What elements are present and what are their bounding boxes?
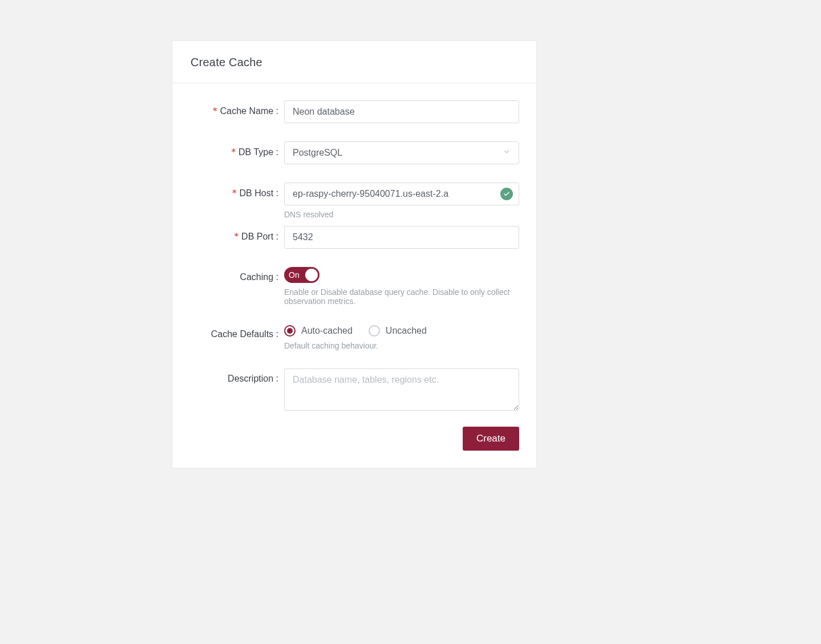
cache-name-input[interactable] bbox=[284, 100, 519, 123]
label-text: Description : bbox=[228, 374, 278, 383]
required-asterisk-icon: * bbox=[233, 231, 239, 242]
label-cache-name: *Cache Name : bbox=[189, 100, 284, 116]
db-host-input[interactable]: ep-raspy-cherry-95040071.us-east-2.a bbox=[284, 183, 519, 205]
db-type-select[interactable]: PostgreSQL bbox=[284, 141, 519, 164]
db-port-input[interactable] bbox=[284, 226, 519, 249]
row-caching: Caching : On Enable or Disable database … bbox=[189, 267, 519, 306]
label-db-host: *DB Host : bbox=[189, 183, 284, 199]
field-caching: On Enable or Disable database query cach… bbox=[284, 267, 519, 306]
row-cache-defaults: Cache Defaults : Auto-cached Uncached De… bbox=[189, 324, 519, 350]
toggle-state-text: On bbox=[289, 270, 300, 280]
radio-label: Auto-cached bbox=[301, 326, 353, 336]
label-description: Description : bbox=[189, 368, 284, 384]
radio-auto-cached[interactable]: Auto-cached bbox=[284, 325, 353, 337]
required-asterisk-icon: * bbox=[230, 147, 236, 157]
caching-toggle[interactable]: On bbox=[284, 267, 319, 283]
cache-defaults-radio-group: Auto-cached Uncached bbox=[284, 324, 519, 337]
radio-label: Uncached bbox=[386, 326, 427, 336]
row-db-port: *DB Port : bbox=[189, 226, 519, 249]
radio-icon bbox=[284, 325, 296, 337]
label-db-port: *DB Port : bbox=[189, 226, 284, 242]
caching-help: Enable or Disable database query cache. … bbox=[284, 287, 519, 306]
row-cache-name: *Cache Name : bbox=[189, 100, 519, 123]
check-circle-icon bbox=[500, 188, 513, 200]
row-description: Description : bbox=[189, 368, 519, 413]
toggle-knob bbox=[305, 269, 318, 281]
description-textarea[interactable] bbox=[284, 368, 519, 411]
db-host-value: ep-raspy-cherry-95040071.us-east-2.a bbox=[293, 189, 448, 199]
label-cache-defaults: Cache Defaults : bbox=[189, 324, 284, 339]
field-db-host: ep-raspy-cherry-95040071.us-east-2.a DNS… bbox=[284, 183, 519, 219]
row-db-type: *DB Type : PostgreSQL bbox=[189, 141, 519, 164]
card-header: Create Cache bbox=[172, 41, 536, 83]
card-body: *Cache Name : *DB Type : PostgreSQL bbox=[172, 83, 536, 468]
label-text: Cache Name : bbox=[220, 106, 278, 116]
db-type-value: PostgreSQL bbox=[293, 148, 342, 158]
required-asterisk-icon: * bbox=[232, 188, 237, 199]
field-cache-name bbox=[284, 100, 519, 123]
radio-uncached[interactable]: Uncached bbox=[369, 325, 427, 337]
field-cache-defaults: Auto-cached Uncached Default caching beh… bbox=[284, 324, 519, 350]
field-db-port bbox=[284, 226, 519, 249]
chevron-down-icon bbox=[503, 148, 511, 158]
field-db-type: PostgreSQL bbox=[284, 141, 519, 164]
label-text: Cache Defaults : bbox=[211, 329, 278, 339]
radio-icon bbox=[369, 325, 380, 337]
label-caching: Caching : bbox=[189, 267, 284, 282]
form-actions: Create bbox=[189, 427, 519, 451]
field-description bbox=[284, 368, 519, 413]
create-button[interactable]: Create bbox=[463, 427, 519, 451]
cache-defaults-help: Default caching behaviour. bbox=[284, 341, 519, 350]
label-text: DB Type : bbox=[238, 147, 278, 157]
label-db-type: *DB Type : bbox=[189, 141, 284, 157]
card-title: Create Cache bbox=[191, 56, 518, 69]
required-asterisk-icon: * bbox=[212, 106, 218, 116]
label-text: DB Host : bbox=[240, 188, 278, 198]
label-text: Caching : bbox=[240, 272, 278, 282]
label-text: DB Port : bbox=[241, 232, 278, 241]
db-host-help: DNS resolved bbox=[284, 210, 519, 219]
row-db-host: *DB Host : ep-raspy-cherry-95040071.us-e… bbox=[189, 183, 519, 219]
create-cache-card: Create Cache *Cache Name : *DB Type : Po… bbox=[172, 40, 537, 468]
